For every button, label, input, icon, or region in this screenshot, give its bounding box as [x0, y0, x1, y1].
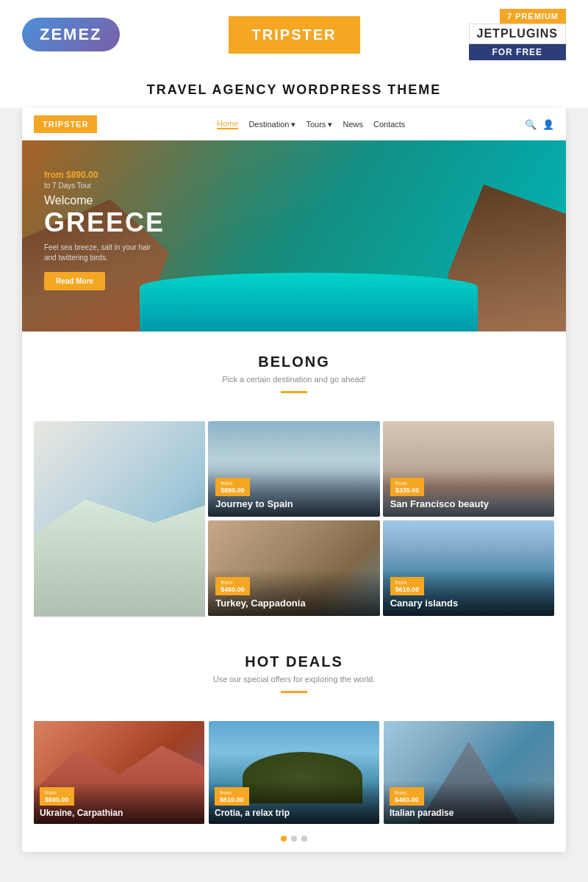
top-bar: ZEMEZ TRIPSTER 7 PREMIUM JETPLUGINS FOR … [0, 0, 588, 69]
deal-price-croatia: from $610.00 [215, 787, 249, 806]
deal-card-italian[interactable]: from $460.00 Italian paradise [384, 721, 554, 824]
hero-section: from $890.00 to 7 Days Tour Welcome GREE… [22, 140, 566, 331]
deal-price-amount-ukraine: $590.00 [45, 796, 69, 803]
premium-top-text: 7 PREMIUM [500, 9, 566, 24]
hero-welcome: Welcome [44, 194, 165, 207]
dest-price-amount-spain: $890.00 [220, 487, 245, 494]
dest-name-canary: Canary islands [390, 598, 547, 609]
dest-card-greece[interactable]: Blue laguna of Greece Wild beaches, brig… [34, 421, 205, 617]
dest-from-sanfrancisco: from [395, 480, 420, 487]
destination-grid: Blue laguna of Greece Wild beaches, brig… [34, 421, 554, 617]
dest-from-canary: from [395, 579, 420, 586]
hero-days: to 7 Days Tour [44, 182, 165, 190]
dest-overlay-spain: from $890.00 Journey to Spain [208, 470, 379, 517]
inner-nav-logo[interactable]: TRIPSTER [34, 115, 97, 133]
dest-price-canary: from $610.00 [390, 577, 425, 595]
deal-price-ukraine: from $590.00 [40, 787, 74, 806]
dest-name-turkey: Turkey, Cappadonia [215, 598, 372, 609]
inner-nav-icons: 🔍 👤 [525, 119, 554, 130]
deal-overlay-croatia: from $610.00 Crotia, a relax trip [209, 781, 379, 824]
deal-overlay-ukraine: from $590.00 Ukraine, Carpathian [34, 781, 204, 824]
dest-price-turkey: from $460.00 [215, 577, 250, 595]
hero-price: from $890.00 [44, 170, 165, 180]
deal-overlay-italian: from $460.00 Italian paradise [384, 781, 554, 824]
dest-from-spain: from [220, 480, 245, 487]
deal-name-italian: Italian paradise [390, 808, 548, 818]
belong-divider [281, 391, 307, 393]
page-title-bar: TRAVEL AGENCY WORDPRESS THEME [0, 69, 588, 108]
dest-card-sanfrancisco[interactable]: from $335.00 San Francisco beauty [383, 421, 554, 517]
premium-bottom-text: FOR FREE [469, 44, 566, 60]
nav-link-home[interactable]: Home [217, 119, 238, 129]
carousel-dots [22, 836, 566, 842]
hot-deals-divider [281, 691, 307, 693]
dest-desc-greece: Wild beaches, bright sunsets and much mo… [43, 580, 196, 587]
dest-overlay-greece: Blue laguna of Greece Wild beaches, brig… [34, 558, 205, 617]
dest-card-spain[interactable]: from $890.00 Journey to Spain [208, 421, 379, 517]
belong-section: BELONG Pick a certain destination and go… [22, 331, 566, 421]
search-icon[interactable]: 🔍 [525, 119, 537, 130]
dest-price-sanfrancisco: from $335.00 [390, 478, 425, 496]
dest-overlay-canary: from $610.00 Canary islands [383, 570, 554, 616]
inner-nav: TRIPSTER Home Destination ▾ Tours ▾ News… [22, 108, 566, 140]
deal-from-ukraine: from [45, 789, 69, 796]
tripster-logo-top[interactable]: TRIPSTER [229, 16, 360, 54]
dest-overlay-turkey: from $460.00 Turkey, Cappadonia [208, 570, 379, 616]
hero-description: Feel sea breeze, salt in your hair and t… [44, 243, 162, 263]
deal-price-amount-croatia: $610.00 [220, 796, 244, 803]
inner-nav-links: Home Destination ▾ Tours ▾ News Contacts [217, 119, 405, 129]
deal-name-ukraine: Ukraine, Carpathian [40, 808, 198, 818]
carousel-dot-2[interactable] [291, 836, 297, 842]
dest-card-turkey[interactable]: from $460.00 Turkey, Cappadonia [208, 520, 379, 616]
dest-price-spain: from $890.00 [215, 478, 250, 496]
dest-name-spain: Journey to Spain [215, 498, 372, 509]
deal-card-croatia[interactable]: from $610.00 Crotia, a relax trip [209, 721, 379, 824]
deal-name-croatia: Crotia, a relax trip [215, 808, 373, 818]
page-title: TRAVEL AGENCY WORDPRESS THEME [0, 82, 588, 98]
zemez-logo[interactable]: ZEMEZ [22, 18, 120, 51]
dest-overlay-sanfrancisco: from $335.00 San Francisco beauty [383, 470, 554, 517]
hero-content: from $890.00 to 7 Days Tour Welcome GREE… [44, 170, 165, 290]
hero-water [140, 273, 478, 331]
hot-deals-title: HOT DEALS [34, 653, 554, 670]
dest-from-turkey: from [220, 579, 245, 586]
dest-price-amount-turkey: $460.00 [220, 586, 245, 593]
premium-badge: 7 PREMIUM JETPLUGINS FOR FREE [469, 9, 566, 60]
hot-deals-section: HOT DEALS Use our special offers for exp… [22, 631, 566, 721]
dest-price-amount-sanfrancisco: $335.00 [395, 487, 420, 494]
dest-read-more-greece[interactable]: Read More [43, 593, 94, 608]
nav-link-destination[interactable]: Destination ▾ [248, 120, 295, 129]
user-icon[interactable]: 👤 [542, 119, 554, 130]
dest-name-sanfrancisco: San Francisco beauty [390, 498, 547, 509]
carousel-dot-1[interactable] [281, 836, 287, 842]
nav-link-contacts[interactable]: Contacts [373, 120, 405, 129]
belong-subtitle: Pick a certain destination and go ahead! [34, 375, 554, 384]
hero-destination: GREECE [44, 207, 165, 238]
belong-title: BELONG [34, 354, 554, 370]
deal-from-italian: from [395, 789, 419, 796]
nav-link-tours[interactable]: Tours ▾ [306, 120, 332, 129]
dest-card-canary[interactable]: from $610.00 Canary islands [383, 520, 554, 616]
deal-price-italian: from $460.00 [390, 787, 424, 806]
deals-carousel: from $590.00 Ukraine, Carpathian from $6… [34, 721, 554, 824]
dest-name-greece: Blue laguna of Greece [43, 567, 196, 578]
carousel-dot-3[interactable] [301, 836, 307, 842]
deal-card-ukraine[interactable]: from $590.00 Ukraine, Carpathian [34, 721, 204, 824]
premium-middle-text: JETPLUGINS [469, 24, 566, 44]
dest-price-amount-canary: $610.00 [395, 586, 420, 593]
deal-price-amount-italian: $460.00 [395, 796, 419, 803]
hot-deals-subtitle: Use our special offers for exploring the… [34, 675, 554, 684]
preview-wrapper: TRIPSTER Home Destination ▾ Tours ▾ News… [22, 108, 566, 852]
hero-read-more-button[interactable]: Read More [44, 272, 105, 290]
deal-from-croatia: from [220, 789, 244, 796]
nav-link-news[interactable]: News [343, 120, 363, 129]
